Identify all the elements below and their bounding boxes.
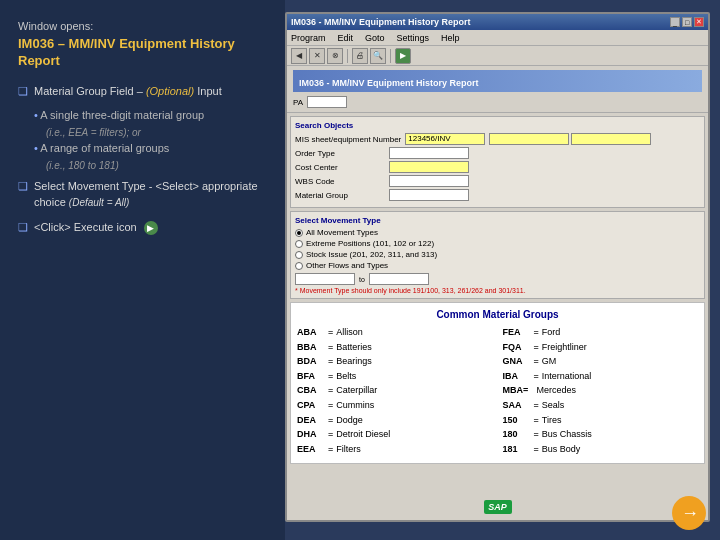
report-title-bar: IM036 - MM/INV Equipment History Report: [293, 70, 702, 92]
movement-to-input[interactable]: [369, 273, 429, 285]
cmg-code-mba: MBA=: [503, 384, 531, 397]
toolbar-find[interactable]: 🔍: [370, 48, 386, 64]
cmg-desc-iba: International: [542, 370, 592, 383]
form-area: Search Objects MIS sheet/equipment Numbe…: [290, 116, 705, 208]
cmg-code-bba: BBA: [297, 341, 325, 354]
radio-other[interactable]: Other Flows and Types: [295, 261, 700, 270]
material-label: Material Group: [295, 191, 385, 200]
radio-extreme-label: Extreme Positions (101, 102 or 122): [306, 239, 434, 248]
minimize-button[interactable]: _: [670, 17, 680, 27]
equipment-input[interactable]: 123456/INV: [405, 133, 485, 145]
cmg-181: 181 = Bus Body: [503, 443, 699, 456]
cmg-desc-150: Tires: [542, 414, 562, 427]
execute-text: <Click> Execute icon ▶: [34, 220, 158, 235]
radio-all[interactable]: All Movement Types: [295, 228, 700, 237]
cost-input[interactable]: [389, 161, 469, 173]
toolbar-back[interactable]: ◀: [291, 48, 307, 64]
cmg-code-saa: SAA: [503, 399, 531, 412]
cmg-right-column: FEA = Ford FQA = Freightliner GNA = GM I…: [503, 326, 699, 457]
wbs-label: WBS Code: [295, 177, 385, 186]
pa-input[interactable]: [307, 96, 347, 108]
cmg-table: ABA = Allison BBA = Batteries BDA = Bear…: [297, 326, 698, 457]
material-group-text: Material Group Field – (Optional) Input: [34, 84, 222, 99]
cmg-gna: GNA = GM: [503, 355, 699, 368]
wbs-input[interactable]: [389, 175, 469, 187]
menu-settings[interactable]: Settings: [397, 33, 430, 43]
radio-stock[interactable]: Stock Issue (201, 202, 311, and 313): [295, 250, 700, 259]
order-input[interactable]: [389, 147, 469, 159]
cmg-eea: EEA = Filters: [297, 443, 493, 456]
sub-item-single: A single three-digit material group: [34, 109, 267, 121]
toolbar-execute[interactable]: ▶: [395, 48, 411, 64]
cmg-desc-cpa: Cummins: [336, 399, 374, 412]
default-label: (Default = All): [69, 197, 129, 208]
cmg-bfa: BFA = Belts: [297, 370, 493, 383]
cmg-code-180: 180: [503, 428, 531, 441]
optional-label: (Optional): [146, 85, 194, 97]
cmg-bba: BBA = Batteries: [297, 341, 493, 354]
maximize-button[interactable]: □: [682, 17, 692, 27]
date-from-input[interactable]: [489, 133, 569, 145]
material-input[interactable]: [389, 189, 469, 201]
nav-arrow[interactable]: →: [672, 496, 706, 530]
cmg-code-cba: CBA: [297, 384, 325, 397]
window-opens-label: Window opens:: [18, 20, 267, 32]
cmg-code-iba: IBA: [503, 370, 531, 383]
form-row-equipment: MIS sheet/equipment Number 123456/INV: [295, 133, 700, 145]
toolbar-print[interactable]: 🖨: [352, 48, 368, 64]
cmg-desc-saa: Seals: [542, 399, 565, 412]
cmg-fea: FEA = Ford: [503, 326, 699, 339]
window-title: IM036 - MM/INV Equipment History Report: [291, 17, 471, 27]
radio-extreme-dot: [295, 240, 303, 248]
toolbar-cancel[interactable]: ⊗: [327, 48, 343, 64]
cmg-code-181: 181: [503, 443, 531, 456]
movement-section: Select Movement Type All Movement Types …: [290, 211, 705, 299]
menu-bar: Program Edit Goto Settings Help: [287, 30, 708, 46]
toolbar: ◀ ✕ ⊗ 🖨 🔍 ▶: [287, 46, 708, 66]
cmg-desc-mba: Mercedes: [537, 384, 577, 397]
menu-goto[interactable]: Goto: [365, 33, 385, 43]
cmg-fqa: FQA = Freightliner: [503, 341, 699, 354]
cmg-code-gna: GNA: [503, 355, 531, 368]
form-section-title: Search Objects: [295, 121, 700, 130]
pa-row: PA: [293, 96, 702, 108]
cmg-desc-fea: Ford: [542, 326, 561, 339]
window-titlebar: IM036 - MM/INV Equipment History Report …: [287, 14, 708, 30]
sap-logo: SAP: [484, 500, 512, 514]
nav-arrow-icon: →: [681, 503, 699, 524]
cmg-dha: DHA = Detroit Diesel: [297, 428, 493, 441]
cmg-bda: BDA = Bearings: [297, 355, 493, 368]
date-to-input[interactable]: [571, 133, 651, 145]
movement-title: Select Movement Type: [295, 216, 700, 225]
execute-icon[interactable]: ▶: [144, 221, 158, 235]
checkbox-icon-execute: ❑: [18, 221, 28, 234]
toolbar-exit[interactable]: ✕: [309, 48, 325, 64]
checklist-item-movement: ❑ Select Movement Type - <Select> approp…: [18, 179, 267, 210]
cmg-aba: ABA = Allison: [297, 326, 493, 339]
cmg-iba: IBA = International: [503, 370, 699, 383]
cmg-code-dha: DHA: [297, 428, 325, 441]
menu-edit[interactable]: Edit: [338, 33, 354, 43]
movement-input[interactable]: [295, 273, 355, 285]
note-single: (i.e., EEA = filters); or: [46, 127, 267, 138]
cmg-section: Common Material Groups ABA = Allison BBA…: [290, 302, 705, 464]
cmg-180: 180 = Bus Chassis: [503, 428, 699, 441]
cmg-code-bfa: BFA: [297, 370, 325, 383]
cmg-title: Common Material Groups: [297, 309, 698, 320]
radio-extreme[interactable]: Extreme Positions (101, 102 or 122): [295, 239, 700, 248]
report-title-left: IM036 – MM/INV Equipment History Report: [18, 36, 267, 70]
radio-stock-dot: [295, 251, 303, 259]
close-button[interactable]: ✕: [694, 17, 704, 27]
menu-help[interactable]: Help: [441, 33, 460, 43]
menu-program[interactable]: Program: [291, 33, 326, 43]
report-header: IM036 - MM/INV Equipment History Report …: [287, 66, 708, 113]
radio-other-dot: [295, 262, 303, 270]
toolbar-sep2: [390, 49, 391, 63]
left-panel: Window opens: IM036 – MM/INV Equipment H…: [0, 0, 285, 540]
sub-item-range: A range of material groups: [34, 142, 267, 154]
cmg-left-column: ABA = Allison BBA = Batteries BDA = Bear…: [297, 326, 493, 457]
movement-note: * Movement Type should only include 191/…: [295, 287, 700, 294]
movement-note-row: to: [295, 273, 700, 285]
sap-logo-area: SAP: [484, 500, 512, 514]
radio-all-dot: [295, 229, 303, 237]
